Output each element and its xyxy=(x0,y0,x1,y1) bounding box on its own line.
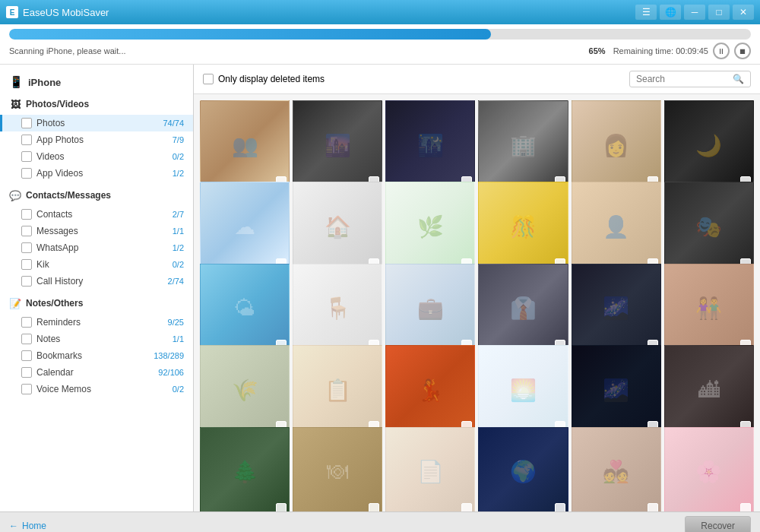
photo-cell[interactable]: 👔 xyxy=(478,264,568,353)
sidebar-item-photos[interactable]: Photos 74/74 xyxy=(0,115,193,131)
section-header-photos-videos[interactable]: 🖼 Photos/Videos xyxy=(0,93,193,115)
photo-cell[interactable]: 🪑 xyxy=(293,264,382,353)
sidebar-item-contacts[interactable]: Contacts 2/7 xyxy=(0,206,193,223)
photo-cell[interactable]: 🏢 xyxy=(478,100,568,190)
whatsapp-check[interactable] xyxy=(21,242,32,253)
sidebar-item-reminders[interactable]: Reminders 9/25 xyxy=(0,314,193,331)
bottom-bar: ← Home Recover xyxy=(0,511,760,532)
sidebar-item-kik[interactable]: Kik 0/2 xyxy=(0,256,193,273)
calendar-check[interactable] xyxy=(21,367,32,378)
messages-check[interactable] xyxy=(21,226,32,236)
reminders-check[interactable] xyxy=(21,317,32,328)
photo-cell[interactable]: 🍽 xyxy=(293,427,382,511)
sidebar-item-call-history[interactable]: Call History 2/74 xyxy=(0,273,193,290)
photo-cell[interactable]: 👤 xyxy=(572,182,661,271)
search-icon: 🔍 xyxy=(733,74,744,84)
call-history-check[interactable] xyxy=(21,276,32,287)
photo-check[interactable] xyxy=(276,503,287,511)
photo-cell[interactable]: 💃 xyxy=(385,345,475,435)
photos-videos-icon: 🖼 xyxy=(9,98,21,110)
photos-check[interactable] xyxy=(21,118,32,128)
photo-cell[interactable]: 👩 xyxy=(572,100,661,190)
device-icon: 📱 xyxy=(9,75,24,89)
photo-cell[interactable]: 🌍 xyxy=(478,427,568,511)
photo-cell[interactable]: 📄 xyxy=(385,427,475,511)
photo-overlay: 🌅 xyxy=(479,346,567,434)
videos-check[interactable] xyxy=(21,151,32,162)
photo-overlay: 🌿 xyxy=(386,182,474,271)
progress-area: Scanning iPhone, please wait... 65% Rema… xyxy=(0,24,760,65)
photo-cell[interactable]: 🌲 xyxy=(200,427,290,511)
sidebar-item-calendar[interactable]: Calendar 92/106 xyxy=(0,364,193,381)
photo-cell[interactable]: 💼 xyxy=(385,264,475,353)
menu-button[interactable]: ☰ xyxy=(635,5,657,20)
search-box[interactable]: 🔍 xyxy=(629,71,751,87)
photo-cell[interactable]: 🌸 xyxy=(664,427,754,511)
remaining-text: Remaining time: 00:09:45 xyxy=(613,46,708,55)
deleted-filter[interactable]: Only display deleted items xyxy=(203,74,325,84)
window-controls: ☰ 🌐 ─ □ ✕ xyxy=(635,5,754,20)
sidebar-item-app-videos[interactable]: App Videos 1/2 xyxy=(0,165,193,182)
sidebar-item-whatsapp[interactable]: WhatsApp 1/2 xyxy=(0,239,193,256)
photo-cell[interactable]: 🌙 xyxy=(664,100,754,190)
minimize-button[interactable]: ─ xyxy=(684,5,705,20)
app-photos-check[interactable] xyxy=(21,135,32,145)
contacts-check[interactable] xyxy=(21,209,32,220)
photo-cell[interactable]: 👫 xyxy=(664,264,754,353)
device-label: 📱 iPhone xyxy=(0,71,193,93)
section-header-contacts-messages[interactable]: 💬 Contacts/Messages xyxy=(0,185,193,206)
kik-check[interactable] xyxy=(21,259,32,270)
bookmarks-check[interactable] xyxy=(21,350,32,361)
photo-cell[interactable]: 🌾 xyxy=(200,345,290,435)
sidebar: 📱 iPhone 🖼 Photos/Videos Photos 74/74 Ap… xyxy=(0,65,194,511)
photo-cell[interactable]: 💑 xyxy=(572,427,661,511)
recover-button[interactable]: Recover xyxy=(685,516,751,533)
home-button[interactable]: ← Home xyxy=(9,521,46,531)
home-arrow-icon: ← xyxy=(9,521,18,531)
photo-overlay: 🎊 xyxy=(479,182,567,271)
photo-cell[interactable]: 🏠 xyxy=(293,182,382,271)
deleted-filter-check[interactable] xyxy=(203,74,214,84)
maximize-button[interactable]: □ xyxy=(708,5,730,20)
sidebar-item-messages[interactable]: Messages 1/1 xyxy=(0,223,193,239)
voice-memos-check[interactable] xyxy=(21,384,32,394)
photo-cell[interactable]: 🌤 xyxy=(200,264,290,353)
photo-cell[interactable]: 📋 xyxy=(293,345,382,435)
photo-overlay: 👩 xyxy=(572,101,660,189)
photo-check[interactable] xyxy=(461,503,472,511)
photo-cell[interactable]: ☁ xyxy=(200,182,290,271)
content-area: Only display deleted items 🔍 👥🌆🌃🏢👩🌙☁🏠🌿🎊👤… xyxy=(194,65,760,511)
stop-button[interactable]: ⏹ xyxy=(734,43,751,59)
sidebar-item-voice-memos[interactable]: Voice Memos 0/2 xyxy=(0,381,193,397)
photo-check[interactable] xyxy=(555,503,565,511)
photo-cell[interactable]: 👥 xyxy=(200,100,290,190)
photo-cell[interactable]: 🌃 xyxy=(385,100,475,190)
app-videos-check[interactable] xyxy=(21,168,32,179)
photo-cell[interactable]: 🎊 xyxy=(478,182,568,271)
sidebar-item-videos[interactable]: Videos 0/2 xyxy=(0,148,193,165)
sidebar-section-contacts-messages: 💬 Contacts/Messages Contacts 2/7 Message… xyxy=(0,185,193,290)
globe-button[interactable]: 🌐 xyxy=(660,5,681,20)
photo-cell[interactable]: 🌅 xyxy=(478,345,568,435)
photo-cell[interactable]: 🏙 xyxy=(664,345,754,435)
photo-cell[interactable]: 🎭 xyxy=(664,182,754,271)
photo-cell[interactable]: 🌿 xyxy=(385,182,475,271)
close-button[interactable]: ✕ xyxy=(733,5,754,20)
notes-others-icon: 📝 xyxy=(9,297,21,309)
photo-cell[interactable]: 🌌 xyxy=(572,264,661,353)
photo-check[interactable] xyxy=(740,503,751,511)
section-header-notes-others[interactable]: 📝 Notes/Others xyxy=(0,293,193,314)
search-input[interactable] xyxy=(636,74,730,84)
photo-check[interactable] xyxy=(648,503,658,511)
photo-overlay: 🍽 xyxy=(293,428,382,511)
pause-button[interactable]: ⏸ xyxy=(713,43,730,59)
sidebar-item-notes[interactable]: Notes 1/1 xyxy=(0,331,193,347)
sidebar-item-bookmarks[interactable]: Bookmarks 138/289 xyxy=(0,347,193,364)
sidebar-item-app-photos[interactable]: App Photos 7/9 xyxy=(0,131,193,148)
notes-check[interactable] xyxy=(21,334,32,344)
progress-right: 65% Remaining time: 00:09:45 ⏸ ⏹ xyxy=(589,43,751,59)
photo-check[interactable] xyxy=(369,503,379,511)
titlebar-left: E EaseUS MobiSaver xyxy=(6,6,109,18)
photo-cell[interactable]: 🌆 xyxy=(293,100,382,190)
photo-cell[interactable]: 🌌 xyxy=(572,345,661,435)
